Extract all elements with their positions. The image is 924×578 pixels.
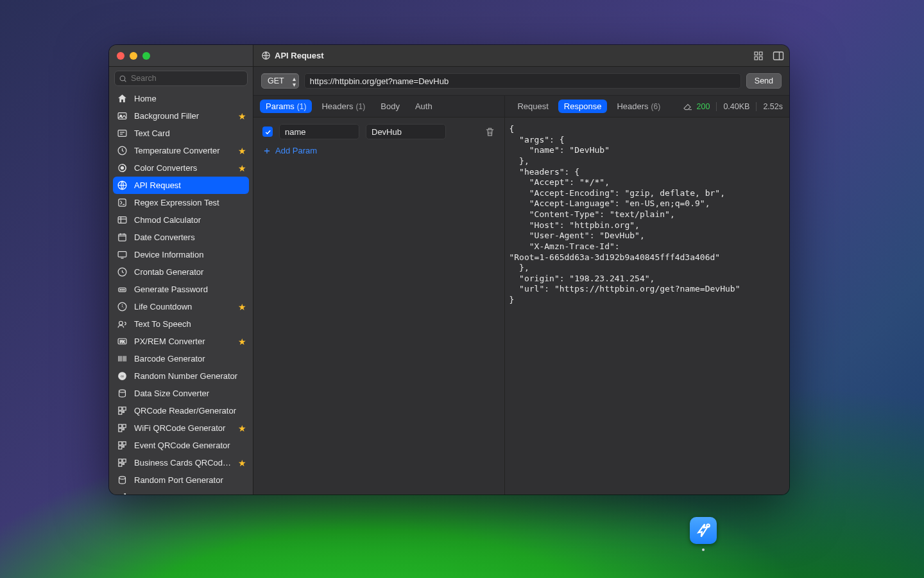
sidebar-item-label: Generate Password (134, 285, 246, 294)
svg-rect-53 (123, 428, 124, 430)
svg-line-8 (124, 80, 126, 81)
minimize-window-button[interactable] (130, 52, 137, 60)
svg-rect-2 (759, 52, 762, 55)
grid-view-icon[interactable] (753, 51, 764, 61)
sidebar-item-label: Random Port Generator (134, 475, 246, 485)
svg-rect-4 (759, 57, 762, 60)
sidebar-item-label: Data Size Converter (134, 389, 246, 398)
request-panel: Params (1) Headers (1) Body Auth (253, 96, 505, 495)
svg-point-62 (119, 477, 126, 479)
response-status: 200 0.40KB 2.52s (697, 102, 783, 111)
sidebar-item[interactable]: Business Cards QRCode…★ (109, 454, 253, 471)
svg-rect-52 (119, 428, 122, 432)
status-time: 2.52s (763, 102, 783, 111)
sidebar-item[interactable]: Data Size Converter (109, 385, 253, 402)
tab-params[interactable]: Params (1) (260, 100, 312, 113)
sidebar-item[interactable]: QRCode Reader/Generator (109, 402, 253, 419)
request-bar: GET ▴▾ Send (253, 67, 789, 96)
toggle-sidebar-icon[interactable] (773, 51, 783, 61)
sidebar-item-label: QRCode Reader/Generator (134, 406, 246, 416)
zoom-window-button[interactable] (142, 52, 150, 60)
title-main: API Request (253, 51, 789, 60)
sidebar-item-icon (117, 162, 128, 173)
sidebar-item[interactable]: Device Information (109, 246, 253, 263)
svg-point-34 (119, 321, 123, 325)
sidebar-item[interactable]: PXPX/REM Converter★ (109, 333, 253, 350)
sidebar-item[interactable]: Event QRCode Generator (109, 437, 253, 454)
sidebar-item[interactable]: Text To Speech (109, 315, 253, 333)
chevron-updown-icon: ▴▾ (293, 76, 296, 87)
sidebar-item[interactable]: Chmod Calculator (109, 211, 253, 229)
sidebar-item[interactable]: Date Converters (109, 229, 253, 246)
traffic-lights (109, 45, 253, 66)
sidebar: HomeBackground Filler★Text CardTemperatu… (109, 67, 253, 495)
svg-point-31 (122, 290, 123, 290)
sidebar-item-label: Date Converters (134, 232, 246, 242)
sidebar-item-icon (117, 128, 128, 139)
star-icon: ★ (238, 163, 246, 173)
svg-point-66 (706, 524, 709, 527)
response-body[interactable]: { "args": { "name": "DevHub" }, "headers… (505, 118, 789, 495)
tab-body[interactable]: Body (375, 100, 406, 113)
sidebar-item[interactable]: WiFi QRCode Generator★ (109, 419, 253, 437)
tab-request-view[interactable]: Request (511, 100, 554, 113)
sidebar-item[interactable]: Color Converters★ (109, 159, 253, 177)
sidebar-item[interactable]: Text Card (109, 125, 253, 142)
svg-rect-26 (118, 252, 126, 258)
param-value-input[interactable] (366, 124, 446, 139)
sidebar-item[interactable]: Generate Password (109, 281, 253, 298)
sidebar-item[interactable]: Barcode Generator (109, 350, 253, 367)
sidebar-item[interactable]: API Request (113, 177, 249, 194)
sidebar-item-icon (117, 319, 128, 329)
search-input[interactable] (131, 74, 243, 83)
star-icon: ★ (238, 458, 246, 468)
svg-rect-55 (123, 442, 126, 445)
param-enabled-checkbox[interactable] (262, 127, 273, 137)
close-window-button[interactable] (117, 52, 124, 60)
sidebar-item[interactable]: ∞Random Number Generator (109, 367, 253, 385)
status-size: 0.40KB (723, 102, 749, 111)
sidebar-item[interactable]: Temperature Converter★ (109, 142, 253, 159)
sidebar-item[interactable]: Random Port Generator (109, 471, 253, 489)
app-window: API Request HomeBackground Filler★Text C… (109, 45, 789, 495)
sidebar-item[interactable]: Regex Expression Test (109, 194, 253, 211)
http-method-value: GET (268, 76, 284, 85)
send-button[interactable]: Send (746, 73, 782, 89)
search-icon (119, 74, 127, 83)
sidebar-item-label: Random Number Generator (134, 371, 246, 381)
search-input-wrap[interactable] (114, 71, 248, 86)
svg-rect-5 (774, 52, 783, 60)
sidebar-item[interactable]: Life Countdown★ (109, 298, 253, 315)
add-param-button[interactable]: Add Param (262, 146, 495, 155)
sidebar-item[interactable]: Background Filler★ (109, 107, 253, 125)
tab-response-view[interactable]: Response (558, 100, 608, 113)
svg-rect-1 (755, 52, 758, 55)
clear-response-icon[interactable] (683, 101, 693, 112)
sidebar-item-label: Regex Expression Test (134, 198, 246, 207)
sidebar-list[interactable]: HomeBackground Filler★Text CardTemperatu… (109, 89, 253, 495)
param-key-input[interactable] (279, 124, 359, 139)
tab-auth[interactable]: Auth (409, 100, 438, 113)
param-row (262, 124, 495, 139)
tab-headers-request[interactable]: Headers (1) (316, 100, 371, 113)
tab-headers-response[interactable]: Headers (6) (611, 100, 666, 113)
sidebar-item-icon (117, 110, 128, 121)
sidebar-item[interactable]: Crontab Generator (109, 263, 253, 281)
svg-rect-60 (119, 463, 122, 466)
sidebar-item-icon (117, 249, 128, 260)
sidebar-item-label: Text To Speech (134, 319, 246, 329)
svg-rect-46 (119, 407, 122, 410)
star-icon: ★ (238, 111, 246, 121)
dock-app-icon[interactable] (690, 517, 717, 544)
url-input[interactable] (304, 73, 741, 89)
sidebar-item-label: WiFi QRCode Generator (134, 423, 232, 433)
sidebar-item[interactable]: RSA Key Generator (109, 489, 253, 495)
sidebar-item-icon (117, 267, 128, 277)
sidebar-item-icon (117, 93, 128, 104)
sidebar-item-icon (117, 353, 128, 364)
sidebar-item-label: API Request (134, 180, 243, 190)
sidebar-item[interactable]: Home (109, 90, 253, 107)
http-method-select[interactable]: GET ▴▾ (261, 73, 299, 89)
trash-icon[interactable] (484, 127, 495, 137)
svg-text:∞: ∞ (121, 374, 124, 379)
